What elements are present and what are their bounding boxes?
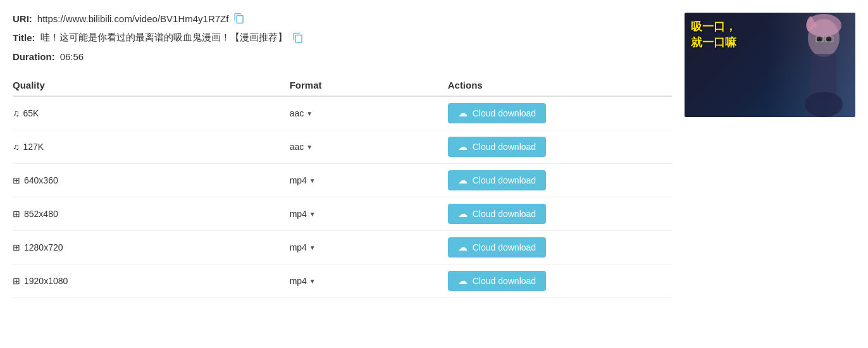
cloud-download-button[interactable]: ☁Cloud download: [448, 204, 546, 224]
cloud-download-button[interactable]: ☁Cloud download: [448, 170, 546, 190]
cloud-icon: ☁: [458, 208, 468, 220]
actions-cell: ☁Cloud download: [448, 130, 672, 164]
format-header: Format: [290, 75, 448, 96]
format-value: mp4: [290, 209, 307, 219]
table-row: ⊞1920x1080mp4▼☁Cloud download: [13, 264, 672, 298]
chevron-down-icon: ▼: [309, 211, 316, 218]
film-icon: ⊞: [13, 276, 20, 286]
quality-value: 1920x1080: [24, 276, 68, 286]
uri-copy-button[interactable]: [233, 13, 245, 24]
format-value: aac: [290, 142, 304, 152]
cloud-download-button[interactable]: ☁Cloud download: [448, 237, 546, 258]
uri-row: URI: https://www.bilibili.com/video/BV1H…: [13, 13, 672, 24]
music-icon: ♫: [13, 108, 20, 118]
cloud-icon: ☁: [458, 108, 468, 119]
quality-value: 1280x720: [24, 242, 63, 252]
quality-cell: ⊞1920x1080: [13, 264, 290, 298]
quality-cell: ⊞1280x720: [13, 231, 290, 264]
cloud-download-label: Cloud download: [473, 175, 536, 185]
quality-value: 127K: [23, 142, 44, 152]
title-row: Title: 哇！这可能是你看过的最离谱的吸血鬼漫画！【漫画推荐】: [13, 32, 672, 44]
cloud-download-label: Cloud download: [473, 108, 536, 118]
format-select[interactable]: mp4▼: [290, 209, 316, 219]
cloud-download-button[interactable]: ☁Cloud download: [448, 103, 546, 123]
quality-value: 640x360: [24, 175, 58, 185]
film-icon: ⊞: [13, 209, 20, 219]
actions-cell: ☁Cloud download: [448, 164, 672, 197]
chevron-down-icon: ▼: [306, 110, 313, 117]
format-cell: mp4▼: [290, 164, 448, 197]
quality-value: 65K: [23, 108, 39, 118]
actions-header: Actions: [448, 75, 672, 96]
format-cell: mp4▼: [290, 197, 448, 231]
table-row: ♫127Kaac▼☁Cloud download: [13, 130, 672, 164]
quality-value: 852x480: [24, 209, 58, 219]
format-value: mp4: [290, 242, 307, 252]
svg-rect-1: [811, 54, 836, 98]
actions-cell: ☁Cloud download: [448, 264, 672, 298]
duration-row: Duration: 06:56: [13, 51, 672, 62]
title-label: Title:: [13, 32, 35, 43]
film-icon: ⊞: [13, 175, 20, 185]
chevron-down-icon: ▼: [309, 278, 316, 285]
duration-value: 06:56: [60, 51, 84, 62]
format-cell: mp4▼: [290, 264, 448, 298]
format-select[interactable]: aac▼: [290, 142, 313, 152]
title-copy-button[interactable]: [292, 32, 304, 44]
format-value: mp4: [290, 175, 307, 185]
quality-cell: ⊞640x360: [13, 164, 290, 197]
table-row: ♫65Kaac▼☁Cloud download: [13, 96, 672, 130]
actions-cell: ☁Cloud download: [448, 197, 672, 231]
format-value: aac: [290, 108, 304, 118]
cloud-download-button[interactable]: ☁Cloud download: [448, 137, 546, 157]
duration-label: Duration:: [13, 51, 55, 62]
video-thumbnail: 吸一口， 就一口嘛: [685, 13, 855, 117]
thumbnail-text: 吸一口， 就一口嘛: [691, 19, 736, 51]
music-icon: ♫: [13, 142, 20, 152]
chevron-down-icon: ▼: [306, 144, 313, 151]
quality-cell: ⊞852x480: [13, 197, 290, 231]
format-select[interactable]: mp4▼: [290, 175, 316, 185]
cloud-download-button[interactable]: ☁Cloud download: [448, 271, 546, 291]
cloud-download-label: Cloud download: [473, 142, 536, 152]
uri-label: URI:: [13, 13, 32, 24]
actions-cell: ☁Cloud download: [448, 231, 672, 264]
film-icon: ⊞: [13, 242, 20, 252]
cloud-icon: ☁: [458, 242, 468, 253]
uri-value: https://www.bilibili.com/video/BV1Hm4y1R…: [37, 13, 229, 24]
quality-table: Quality Format Actions ♫65Kaac▼☁Cloud do…: [13, 75, 672, 298]
table-header-row: Quality Format Actions: [13, 75, 672, 96]
quality-header: Quality: [13, 75, 290, 96]
format-cell: aac▼: [290, 130, 448, 164]
table-row: ⊞852x480mp4▼☁Cloud download: [13, 197, 672, 231]
cloud-download-label: Cloud download: [473, 209, 536, 219]
chevron-down-icon: ▼: [309, 177, 316, 184]
cloud-download-label: Cloud download: [473, 276, 536, 286]
format-value: mp4: [290, 276, 307, 286]
svg-point-2: [805, 92, 843, 117]
quality-cell: ♫65K: [13, 96, 290, 130]
quality-cell: ♫127K: [13, 130, 290, 164]
format-select[interactable]: mp4▼: [290, 242, 316, 252]
format-select[interactable]: mp4▼: [290, 276, 316, 286]
format-cell: aac▼: [290, 96, 448, 130]
cloud-download-label: Cloud download: [473, 242, 536, 252]
cloud-icon: ☁: [458, 175, 468, 186]
cloud-icon: ☁: [458, 141, 468, 152]
chevron-down-icon: ▼: [309, 244, 316, 251]
table-row: ⊞1280x720mp4▼☁Cloud download: [13, 231, 672, 264]
title-value: 哇！这可能是你看过的最离谱的吸血鬼漫画！【漫画推荐】: [40, 32, 287, 44]
format-select[interactable]: aac▼: [290, 108, 313, 118]
format-cell: mp4▼: [290, 231, 448, 264]
actions-cell: ☁Cloud download: [448, 96, 672, 130]
cloud-icon: ☁: [458, 275, 468, 287]
table-row: ⊞640x360mp4▼☁Cloud download: [13, 164, 672, 197]
